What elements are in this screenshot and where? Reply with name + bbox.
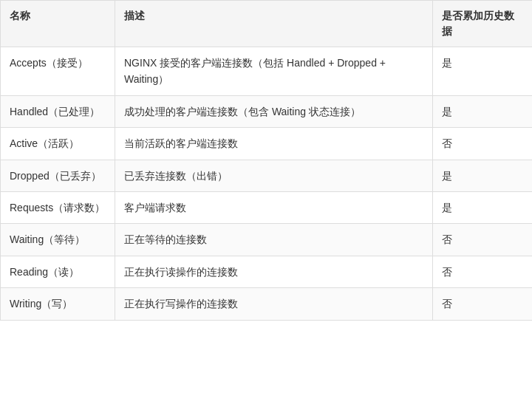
cell-name: Accepts（接受） xyxy=(1,47,115,96)
header-cumulative: 是否累加历史数据 xyxy=(433,1,533,47)
cell-name: Waiting（等待） xyxy=(1,224,115,256)
table-row: Writing（写）正在执行写操作的连接数否 xyxy=(1,288,533,320)
cell-cumulative: 是 xyxy=(433,95,533,127)
cell-cumulative: 否 xyxy=(433,288,533,320)
cell-description: 正在等待的连接数 xyxy=(115,224,433,256)
cell-name: Dropped（已丢弃） xyxy=(1,160,115,191)
cell-cumulative: 否 xyxy=(433,128,533,160)
table-row: Reading（读）正在执行读操作的连接数否 xyxy=(1,256,533,287)
cell-cumulative: 是 xyxy=(433,160,533,191)
cell-description: 已丢弃连接数（出错） xyxy=(115,160,433,191)
cell-description: NGINX 接受的客户端连接数（包括 Handled + Dropped + W… xyxy=(115,47,433,96)
table-row: Handled（已处理）成功处理的客户端连接数（包含 Waiting 状态连接）… xyxy=(1,95,533,127)
cell-name: Reading（读） xyxy=(1,256,115,287)
table-header-row: 名称 描述 是否累加历史数据 xyxy=(1,1,533,47)
cell-name: Writing（写） xyxy=(1,288,115,320)
cell-description: 成功处理的客户端连接数（包含 Waiting 状态连接） xyxy=(115,95,433,127)
table-row: Requests（请求数）客户端请求数是 xyxy=(1,191,533,223)
table-row: Waiting（等待）正在等待的连接数否 xyxy=(1,224,533,256)
metrics-table: 名称 描述 是否累加历史数据 Accepts（接受）NGINX 接受的客户端连接… xyxy=(0,0,532,321)
cell-cumulative: 是 xyxy=(433,191,533,223)
cell-cumulative: 是 xyxy=(433,47,533,96)
table-row: Accepts（接受）NGINX 接受的客户端连接数（包括 Handled + … xyxy=(1,47,533,96)
cell-description: 正在执行读操作的连接数 xyxy=(115,256,433,287)
header-name: 名称 xyxy=(1,1,115,47)
cell-name: Active（活跃） xyxy=(1,128,115,160)
header-description: 描述 xyxy=(115,1,433,47)
table-row: Active（活跃）当前活跃的客户端连接数否 xyxy=(1,128,533,160)
cell-cumulative: 否 xyxy=(433,224,533,256)
cell-description: 当前活跃的客户端连接数 xyxy=(115,128,433,160)
table-row: Dropped（已丢弃）已丢弃连接数（出错）是 xyxy=(1,160,533,191)
cell-name: Handled（已处理） xyxy=(1,95,115,127)
cell-description: 客户端请求数 xyxy=(115,191,433,223)
cell-name: Requests（请求数） xyxy=(1,191,115,223)
cell-description: 正在执行写操作的连接数 xyxy=(115,288,433,320)
main-container: 名称 描述 是否累加历史数据 Accepts（接受）NGINX 接受的客户端连接… xyxy=(0,0,532,393)
cell-cumulative: 否 xyxy=(433,256,533,287)
